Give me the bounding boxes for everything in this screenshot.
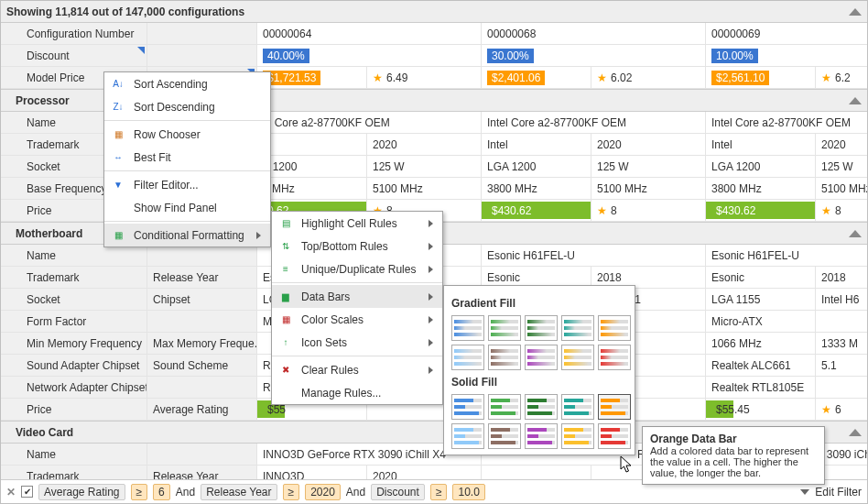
data-bars-icon: ▆ <box>277 289 294 305</box>
highlight-icon: ▤ <box>277 215 294 232</box>
remove-filter-button[interactable]: ✕ <box>6 486 16 499</box>
grad-green[interactable] <box>488 315 521 341</box>
cond-fmt-icon: ▦ <box>110 227 126 244</box>
chevron-right-icon <box>429 293 433 301</box>
grid-group-header[interactable]: Showing 11,814 out of 147,000 configurat… <box>1 1 867 23</box>
best-fit-icon: ↔ <box>110 149 126 166</box>
menu-best-fit[interactable]: ↔Best Fit <box>104 146 270 169</box>
funnel-icon: ▼ <box>110 177 126 193</box>
submenu-color-scales[interactable]: ▦Color Scales <box>272 308 442 331</box>
col-min-mem[interactable]: Min Memory Frequency <box>1 333 147 355</box>
menu-filter-editor[interactable]: ▼Filter Editor... <box>104 173 270 196</box>
solid-yellow[interactable] <box>561 423 594 449</box>
menu-sort-desc[interactable]: Z↓Sort Descending <box>104 95 270 118</box>
grad-purple[interactable] <box>525 345 558 370</box>
star-icon: ★ <box>821 403 831 416</box>
submenu-highlight[interactable]: ▤Highlight Cell Rules <box>272 212 442 235</box>
grad-lightblue[interactable] <box>451 345 484 370</box>
solid-lightblue[interactable] <box>451 423 484 449</box>
grad-blue[interactable] <box>451 315 484 341</box>
solid-orange[interactable] <box>598 394 631 420</box>
rating-1: ★6.49 <box>367 67 482 89</box>
filter-field-year[interactable]: Release Year <box>201 484 277 500</box>
clear-icon: ✖ <box>277 362 294 378</box>
menu-row-chooser[interactable]: ▦Row Chooser <box>104 123 270 146</box>
solid-teal[interactable] <box>561 394 594 420</box>
grad-orange[interactable] <box>598 315 631 341</box>
filter-val-6[interactable]: 6 <box>153 484 170 500</box>
col-config-number[interactable]: Configuration Number <box>1 23 147 45</box>
submenu-manage-rules[interactable]: Manage Rules... <box>272 381 442 404</box>
col-release-year[interactable]: Release Year <box>147 267 257 289</box>
filter-op-ge-3[interactable]: ≥ <box>430 484 448 500</box>
filter-op-ge[interactable]: ≥ <box>131 484 148 500</box>
submenu-top-bottom[interactable]: ⇅Top/Bottom Rules <box>272 235 442 257</box>
menu-sort-asc[interactable]: A↓Sort Ascending <box>104 72 270 95</box>
submenu-clear-rules[interactable]: ✖Clear Rules <box>272 358 442 381</box>
col-net-chipset[interactable]: Network Adapter Chipset <box>1 377 147 399</box>
top-bottom-icon: ⇅ <box>277 238 294 255</box>
edit-filter-button[interactable]: Edit Filter <box>815 486 862 499</box>
col-snd-scheme[interactable]: Sound Scheme <box>147 355 257 377</box>
solid-purple[interactable] <box>525 423 558 449</box>
col-snd-chipset[interactable]: Sound Adapter Chipset <box>1 355 147 377</box>
grad-brown[interactable] <box>488 345 521 370</box>
discount-1: 40.00% <box>257 45 482 67</box>
cpu-name-2: Intel Core a2-87700KF OEM <box>482 112 706 134</box>
chevron-down-icon[interactable] <box>800 489 809 495</box>
tooltip-body: Add a colored data bar to represent the … <box>650 445 808 478</box>
chevron-right-icon <box>429 316 433 323</box>
col-avg-rating[interactable]: Average Rating <box>147 399 257 421</box>
model-price-1: $1,721.53 <box>257 67 367 89</box>
grad-teal[interactable] <box>561 315 594 341</box>
icon-sets-icon: ↑ <box>277 334 294 351</box>
chevron-right-icon <box>429 243 433 250</box>
chevron-right-icon <box>256 232 261 239</box>
col-price[interactable]: Price <box>1 399 147 421</box>
col-chipset[interactable]: Chipset <box>147 289 257 311</box>
collapse-icon[interactable] <box>849 97 862 104</box>
solid-green[interactable] <box>488 394 521 420</box>
conf-num-1: 00000064 <box>257 23 482 45</box>
menu-cond-fmt[interactable]: ▦Conditional Formatting <box>104 224 270 247</box>
gallery-title-solid: Solid Fill <box>451 376 627 389</box>
filter-and-1: And <box>176 486 195 499</box>
submenu-data-bars[interactable]: ▆Data Bars <box>272 285 442 308</box>
filter-indicator-icon <box>137 47 145 54</box>
col-name[interactable]: Name <box>1 444 147 466</box>
filter-val-10[interactable]: 10.0 <box>452 484 484 500</box>
col-discount[interactable]: Discount <box>1 45 147 67</box>
grad-darkgreen[interactable] <box>525 315 558 341</box>
filter-field-rating[interactable]: Average Rating <box>38 484 125 500</box>
solid-brown[interactable] <box>488 423 521 449</box>
solid-blue[interactable] <box>451 394 484 420</box>
col-trademark[interactable]: Trademark <box>1 267 147 289</box>
star-icon: ★ <box>821 204 831 217</box>
data-bars-gallery: Gradient Fill Solid Fill <box>443 285 635 455</box>
cpu-name-3: Intel Core a2-87700KF OEM <box>706 112 868 134</box>
col-name[interactable]: Name <box>1 245 147 267</box>
filter-toggle-checkbox[interactable]: ✔ <box>21 486 33 498</box>
conf-num-3: 00000069 <box>706 23 868 45</box>
submenu-icon-sets[interactable]: ↑Icon Sets <box>272 331 442 354</box>
grad-yellow[interactable] <box>561 345 594 370</box>
chevron-right-icon <box>429 266 433 273</box>
grad-red[interactable] <box>598 345 631 370</box>
sort-desc-icon: Z↓ <box>110 99 126 115</box>
collapse-icon[interactable] <box>849 230 862 237</box>
col-max-mem[interactable]: Max Memory Freque... <box>147 333 257 355</box>
solid-red[interactable] <box>598 423 631 449</box>
filter-val-2020[interactable]: 2020 <box>305 484 341 500</box>
filter-op-ge-2[interactable]: ≥ <box>283 484 300 500</box>
col-socket[interactable]: Socket <box>1 289 147 311</box>
collapse-icon[interactable] <box>849 8 862 16</box>
menu-show-find[interactable]: Show Find Panel <box>104 196 270 219</box>
solid-darkgreen[interactable] <box>525 394 558 420</box>
filter-field-discount[interactable]: Discount <box>371 484 425 500</box>
col-form-factor[interactable]: Form Factor <box>1 311 147 333</box>
color-scales-icon: ▦ <box>277 312 294 328</box>
submenu-unique[interactable]: ≡Unique/Duplicate Rules <box>272 257 442 280</box>
rating-3: ★6.2 <box>816 67 868 89</box>
collapse-icon[interactable] <box>849 429 862 436</box>
star-icon: ★ <box>821 71 831 84</box>
